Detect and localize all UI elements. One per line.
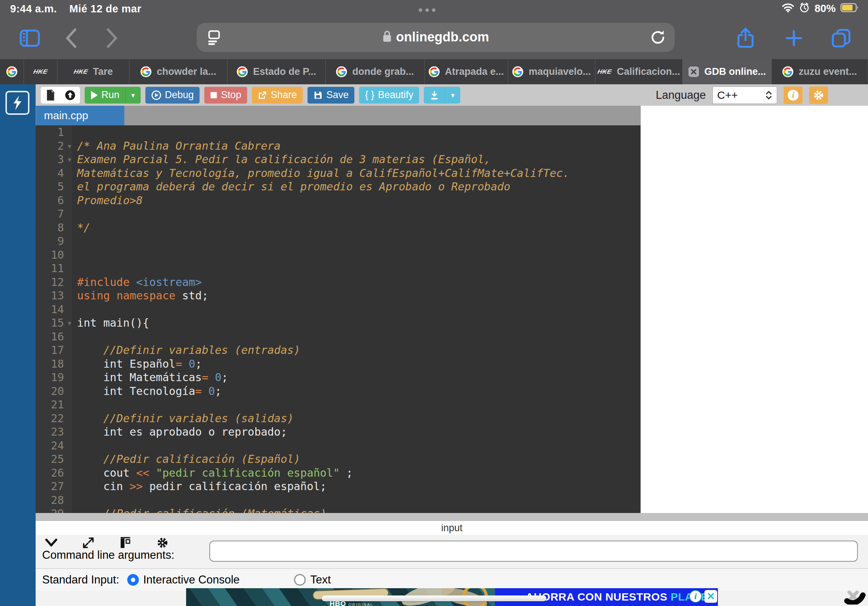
fold-caret-icon[interactable]: ▾ xyxy=(68,153,71,167)
line-number[interactable]: 29 xyxy=(36,507,72,513)
line-number[interactable]: 10 xyxy=(36,248,72,262)
code-line[interactable]: 13using namespace std; xyxy=(36,289,640,303)
line-number[interactable]: 7 xyxy=(36,207,72,221)
code-line[interactable]: 1 xyxy=(36,125,640,139)
settings-button[interactable] xyxy=(809,87,828,104)
code-line[interactable]: 9 xyxy=(36,234,640,248)
line-number[interactable]: 1 xyxy=(36,125,72,139)
line-number[interactable]: 9 xyxy=(36,234,72,248)
code-line[interactable]: 23 int es aprobado o reprobado; xyxy=(36,425,640,439)
code-line[interactable]: 21 xyxy=(36,398,640,412)
expand-panel-button[interactable] xyxy=(81,535,96,550)
address-bar[interactable]: onlinegdb.com xyxy=(197,23,674,52)
editor-hscrollbar[interactable] xyxy=(36,513,868,521)
code-line[interactable]: 4Matemáticas y Tecnología, promedio igua… xyxy=(36,166,640,180)
beautify-button[interactable]: { } Beautify xyxy=(359,87,419,104)
gdb-logo[interactable] xyxy=(5,91,29,115)
browser-tab[interactable]: donde grab... xyxy=(326,59,425,84)
debug-button[interactable]: Debug xyxy=(146,87,200,104)
code-line[interactable]: 19 int Matemáticas= 0; xyxy=(36,371,640,384)
code-line[interactable]: 16 xyxy=(36,330,640,344)
panel-settings-button[interactable] xyxy=(155,535,170,550)
line-number[interactable]: 22 xyxy=(36,412,72,425)
stop-button[interactable]: Stop xyxy=(204,87,247,104)
line-number[interactable]: 13 xyxy=(36,289,72,303)
save-button[interactable]: Save xyxy=(307,87,355,104)
line-number[interactable]: 16 xyxy=(36,330,72,344)
code-line[interactable]: 5el programa deberá de decir si el prome… xyxy=(36,180,640,194)
line-number[interactable]: 3▾ xyxy=(36,153,72,166)
radio-interactive-console[interactable]: Interactive Console xyxy=(127,573,240,586)
code-line[interactable]: 25 //Pedir calificación (Español) xyxy=(36,452,640,466)
browser-tab[interactable]: Atrapada e... xyxy=(425,59,508,84)
line-number[interactable]: 17 xyxy=(36,343,72,357)
language-select[interactable]: C++ xyxy=(712,87,777,104)
code-line[interactable]: 6Promedio>8 xyxy=(36,194,640,207)
code-line[interactable]: 14 xyxy=(36,303,640,317)
fold-caret-icon[interactable]: ▾ xyxy=(68,317,71,330)
code-editor[interactable]: 12▾/* Ana Paulina Orrantia Cabrera3▾Exam… xyxy=(36,125,640,513)
reload-button[interactable] xyxy=(649,29,666,48)
line-number[interactable]: 20 xyxy=(36,384,72,398)
line-number[interactable]: 5 xyxy=(36,180,72,194)
line-number[interactable]: 21 xyxy=(36,398,72,412)
code-line[interactable]: 24 xyxy=(36,439,640,453)
browser-tab-active[interactable]: GDB online... xyxy=(683,59,772,84)
code-line[interactable]: 15▾int main(){ xyxy=(36,316,640,330)
fold-caret-icon[interactable]: ▾ xyxy=(68,139,71,153)
sidebar-toggle-button[interactable] xyxy=(17,25,43,51)
line-number[interactable]: 19 xyxy=(36,371,72,384)
browser-tab[interactable]: HKETare xyxy=(57,59,129,84)
forward-button[interactable] xyxy=(99,25,125,51)
line-number[interactable]: 2▾ xyxy=(36,139,72,153)
share-code-button[interactable]: Share xyxy=(252,87,303,104)
tab-overview-button[interactable] xyxy=(828,25,854,51)
code-line[interactable]: 18 int Español= 0; xyxy=(36,357,640,371)
back-button[interactable] xyxy=(58,25,84,51)
file-tab-main-cpp[interactable]: main.cpp xyxy=(36,106,124,125)
code-line[interactable]: 3▾Examen Parcial 5. Pedir la calificació… xyxy=(36,153,640,166)
line-number[interactable]: 14 xyxy=(36,303,72,317)
code-line[interactable]: 22 //Definir variables (salidas) xyxy=(36,412,640,425)
line-number[interactable]: 27 xyxy=(36,479,72,493)
line-number[interactable]: 26 xyxy=(36,466,72,480)
browser-tab[interactable]: chowder la... xyxy=(129,59,228,84)
line-number[interactable]: 6 xyxy=(36,194,72,207)
line-number[interactable]: 15▾ xyxy=(36,316,72,330)
code-line[interactable]: 10 xyxy=(36,248,640,262)
browser-tab[interactable]: maquiavelo... xyxy=(508,59,595,84)
code-line[interactable]: 8*/ xyxy=(36,221,640,235)
browser-tab[interactable]: HKE xyxy=(24,59,57,84)
code-line[interactable]: 28 xyxy=(36,493,640,507)
line-number[interactable]: 12 xyxy=(36,275,72,289)
line-number[interactable]: 4 xyxy=(36,166,72,180)
code-line[interactable]: 20 int Tecnología= 0; xyxy=(36,384,640,398)
code-line[interactable]: 12#include <iostream> xyxy=(36,275,640,289)
upload-button[interactable] xyxy=(60,87,80,104)
close-tab-icon[interactable] xyxy=(688,66,699,77)
ad-close-icon[interactable]: ✕ xyxy=(704,590,717,603)
download-options-caret[interactable]: ▾ xyxy=(445,87,460,104)
line-number[interactable]: 28 xyxy=(36,493,72,507)
code-line[interactable]: 17 //Definir variables (entradas) xyxy=(36,343,640,357)
code-line[interactable]: 7 xyxy=(36,207,640,221)
line-number[interactable]: 23 xyxy=(36,425,72,439)
browser-tab[interactable]: Estado de P... xyxy=(228,59,326,84)
download-button[interactable] xyxy=(424,87,445,104)
code-line[interactable]: 27 cin >> pedir calificación español; xyxy=(36,479,640,493)
radio-text[interactable]: Text xyxy=(294,573,331,586)
line-number[interactable]: 8 xyxy=(36,221,72,235)
collapse-panel-button[interactable] xyxy=(43,535,59,550)
info-button[interactable]: i xyxy=(784,87,803,104)
new-file-button[interactable] xyxy=(41,87,60,104)
code-line[interactable]: 11 xyxy=(36,261,640,275)
radio-selected-icon[interactable] xyxy=(127,574,139,586)
code-line[interactable]: 29 //Pedir calificación (Matemáticas) xyxy=(36,507,640,513)
command-args-input[interactable] xyxy=(209,541,858,562)
line-number[interactable]: 25 xyxy=(36,452,72,466)
line-number[interactable]: 18 xyxy=(36,357,72,371)
dock-layout-button[interactable] xyxy=(118,535,133,550)
new-tab-button[interactable] xyxy=(781,25,807,51)
run-button[interactable]: Run xyxy=(85,87,126,104)
line-number[interactable]: 11 xyxy=(36,261,72,275)
